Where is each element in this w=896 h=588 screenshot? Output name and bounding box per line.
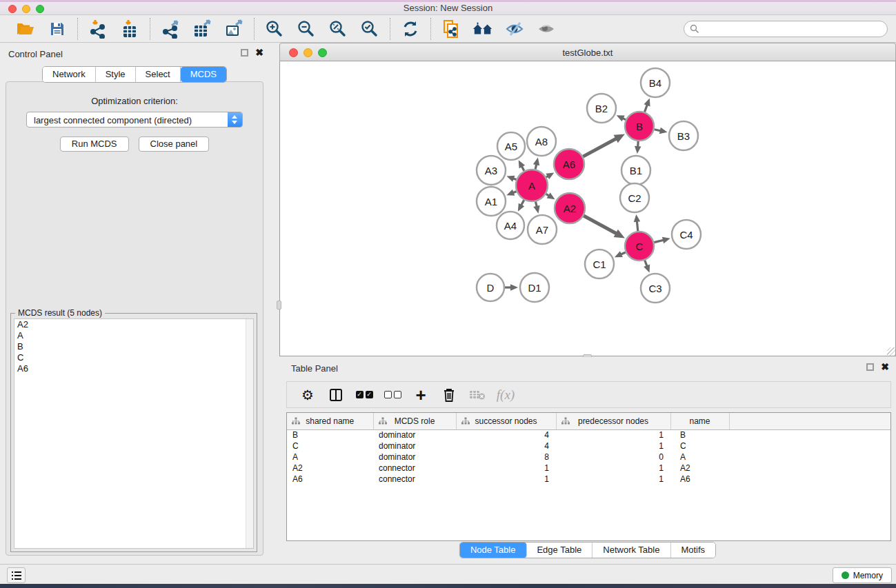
graph-node-B3[interactable]: B3: [669, 121, 698, 150]
table-cell[interactable]: 1: [556, 440, 670, 452]
table-row[interactable]: Cdominator41C: [287, 440, 890, 452]
search-input[interactable]: [684, 21, 888, 37]
edge-A2-C[interactable]: [584, 216, 617, 234]
table-cell[interactable]: 1: [456, 474, 556, 485]
graph-node-A6[interactable]: A6: [554, 149, 584, 179]
graph-node-C1[interactable]: C1: [585, 250, 614, 278]
result-item[interactable]: A: [14, 330, 253, 341]
task-history-icon[interactable]: [7, 567, 26, 583]
table-cell[interactable]: B: [670, 429, 729, 440]
tab-select[interactable]: Select: [136, 67, 181, 82]
show-all-icon[interactable]: [536, 19, 557, 39]
edge-C-C2[interactable]: [637, 221, 638, 231]
network-canvas-area[interactable]: B4B2BB3A5A8A6B1A3AA1C2A2A4A7C4CC1C3DD1: [279, 61, 896, 356]
zoom-in-icon[interactable]: [264, 19, 285, 39]
delete-table-icon[interactable]: [468, 386, 486, 404]
graph-node-A[interactable]: A: [516, 170, 548, 201]
graph-node-A5[interactable]: A5: [497, 132, 525, 160]
duplicate-network-icon[interactable]: [441, 19, 461, 39]
import-table-icon[interactable]: [119, 19, 140, 39]
zoom-fit-icon[interactable]: [328, 19, 348, 39]
graph-node-C3[interactable]: C3: [641, 274, 670, 303]
table-cell[interactable]: A: [670, 452, 729, 463]
result-item[interactable]: B: [14, 341, 253, 352]
edge-C-C4[interactable]: [654, 240, 664, 243]
unselect-all-columns-icon[interactable]: [384, 386, 401, 404]
graph-node-B4[interactable]: B4: [641, 68, 670, 97]
table-cell[interactable]: connector: [373, 474, 456, 485]
import-network-icon[interactable]: [88, 19, 108, 39]
export-image-icon[interactable]: [223, 19, 244, 39]
table-cell[interactable]: B: [287, 429, 373, 440]
table-cell[interactable]: dominator: [373, 452, 456, 463]
split-panel-icon[interactable]: [327, 386, 345, 404]
table-cell[interactable]: 1: [556, 474, 670, 485]
tab-mcds[interactable]: MCDS: [181, 67, 226, 82]
export-table-icon[interactable]: [192, 19, 212, 39]
delete-column-icon[interactable]: [440, 386, 458, 404]
export-network-icon[interactable]: [160, 19, 181, 39]
graph-node-C[interactable]: C: [625, 232, 654, 261]
table-cell[interactable]: A2: [670, 463, 729, 474]
table-cell[interactable]: A6: [287, 474, 373, 485]
table-row[interactable]: A2connector11A2: [287, 463, 890, 474]
column-header[interactable]: MCDS role: [373, 413, 456, 429]
tab-edge-table[interactable]: Edge Table: [526, 543, 593, 558]
graph-node-B1[interactable]: B1: [621, 156, 650, 185]
graph-node-C2[interactable]: C2: [620, 183, 649, 212]
table-cell[interactable]: C: [287, 440, 373, 452]
float-panel-icon[interactable]: [241, 49, 248, 57]
graph-node-A4[interactable]: A4: [497, 212, 524, 239]
network-window-titlebar[interactable]: testGlobe.txt: [279, 43, 896, 61]
criterion-select[interactable]: largest connected component (directed): [26, 112, 243, 128]
table-row[interactable]: Adominator80A: [287, 452, 890, 463]
window-resize-handle[interactable]: [887, 347, 895, 356]
first-neighbors-icon[interactable]: [472, 19, 493, 39]
table-cell[interactable]: C: [670, 440, 729, 452]
tab-network-table[interactable]: Network Table: [593, 543, 670, 558]
column-header[interactable]: predecessor nodes: [556, 413, 670, 429]
graph-node-A1[interactable]: A1: [477, 187, 506, 216]
run-mcds-button[interactable]: Run MCDS: [60, 136, 129, 152]
close-panel-button[interactable]: Close panel: [139, 136, 210, 152]
hide-selected-icon[interactable]: [504, 19, 525, 39]
table-cell[interactable]: A2: [287, 463, 373, 474]
table-settings-icon[interactable]: ⚙: [299, 386, 317, 404]
graph-node-C4[interactable]: C4: [672, 220, 701, 249]
tab-motifs[interactable]: Motifs: [670, 543, 715, 558]
float-table-panel-icon[interactable]: [866, 363, 874, 371]
zoom-selected-icon[interactable]: [359, 19, 380, 39]
graph-node-B[interactable]: B: [625, 112, 654, 141]
table-cell[interactable]: 1: [556, 463, 670, 474]
table-cell[interactable]: dominator: [373, 429, 456, 440]
result-item[interactable]: C: [14, 352, 253, 363]
table-cell[interactable]: dominator: [373, 440, 456, 452]
column-header[interactable]: shared name: [287, 413, 373, 429]
table-row[interactable]: A6connector11A6: [287, 474, 890, 485]
table-cell[interactable]: A: [287, 452, 373, 463]
graph-node-A3[interactable]: A3: [477, 156, 506, 185]
graph-node-A2[interactable]: A2: [555, 193, 585, 223]
memory-button[interactable]: Memory: [833, 567, 892, 583]
refresh-layout-icon[interactable]: [400, 19, 421, 39]
graph-node-B2[interactable]: B2: [587, 94, 616, 123]
edge-A6-B[interactable]: [583, 139, 617, 157]
table-cell[interactable]: 0: [556, 452, 670, 463]
add-column-icon[interactable]: +: [412, 386, 430, 404]
result-item[interactable]: A6: [14, 363, 253, 374]
select-all-columns-icon[interactable]: ✓✓: [355, 386, 373, 404]
table-cell[interactable]: 4: [456, 440, 556, 452]
table-cell[interactable]: 1: [456, 463, 556, 474]
node-table[interactable]: shared nameMCDS rolesuccessor nodesprede…: [286, 412, 891, 541]
open-file-icon[interactable]: [15, 19, 36, 39]
table-cell[interactable]: 4: [456, 429, 556, 440]
result-scrollbar[interactable]: [246, 319, 253, 548]
table-row[interactable]: Bdominator41B: [287, 429, 890, 440]
tab-node-table[interactable]: Node Table: [460, 543, 527, 558]
save-session-icon[interactable]: [47, 19, 68, 39]
result-item[interactable]: A2: [14, 319, 253, 330]
graph-node-D1[interactable]: D1: [520, 273, 549, 302]
column-header[interactable]: name: [670, 413, 729, 429]
zoom-out-icon[interactable]: [296, 19, 317, 39]
left-splitter-grip[interactable]: [277, 301, 281, 310]
